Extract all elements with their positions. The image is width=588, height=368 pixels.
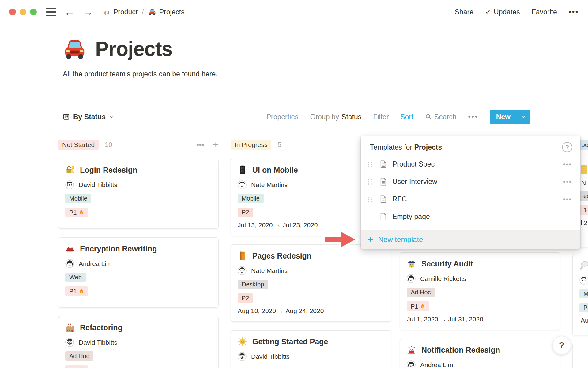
card-person: N	[579, 179, 588, 187]
template-row-user-interview[interactable]: User Interview•••	[361, 173, 580, 190]
group-by-button[interactable]: Group by Status	[310, 113, 362, 121]
tag-line: P1	[65, 208, 212, 217]
share-button[interactable]: Share	[455, 8, 473, 16]
person-name: David Tibbitts	[79, 181, 117, 189]
mobile-icon	[238, 165, 247, 175]
properties-button[interactable]: Properties	[266, 113, 299, 121]
template-more-button[interactable]: •••	[563, 161, 572, 168]
project-card[interactable]: Getting Started PageDavid Tibbitts	[231, 330, 391, 368]
template-row-rfc[interactable]: RFC•••	[361, 190, 580, 208]
sidebar-menu-icon[interactable]	[46, 8, 56, 16]
help-button[interactable]: ?	[552, 336, 571, 355]
project-card[interactable]: Security AuditCamille RickettsAd HocP1Ju…	[400, 252, 560, 330]
card-person: Nate Martins	[238, 266, 384, 275]
doc-icon	[379, 195, 387, 203]
drag-handle-icon[interactable]	[368, 196, 375, 203]
tag-line: Web	[65, 273, 212, 282]
breadcrumb-projects[interactable]: Projects	[148, 8, 185, 16]
project-card[interactable]: RefactoringDavid TibbittsAd HocP1	[58, 316, 219, 368]
tag-p2: P2	[238, 293, 253, 303]
tag-line: 1	[579, 205, 588, 215]
card-title: Encryption Rewriting	[65, 244, 212, 254]
forward-arrow-icon[interactable]: →	[83, 7, 93, 17]
project-card-clipped[interactable]: CSMobP4Aug 3	[572, 254, 588, 335]
template-row-product-spec[interactable]: Product Spec•••	[361, 155, 580, 173]
column-status-pill[interactable]: Not Started	[58, 140, 99, 150]
flame-icon	[79, 367, 84, 368]
more-options-button[interactable]: •••	[569, 8, 579, 16]
page-description: All the product team's projects can be f…	[63, 70, 218, 78]
window-minimize-button[interactable]	[20, 9, 26, 15]
card-stack: Security AuditCamille RickettsAd HocP1Ju…	[400, 252, 560, 368]
project-card[interactable]: Notification RedesignAndrea Lim	[400, 339, 560, 368]
template-more-button[interactable]: •••	[563, 178, 572, 186]
card-title-text: Notification Redesign	[421, 346, 500, 355]
group-by-value: Status	[341, 113, 361, 121]
updates-button[interactable]: ✓ Updates	[485, 8, 520, 16]
helmet-icon	[65, 244, 75, 254]
favorite-button[interactable]: Favorite	[532, 8, 557, 16]
tag-es: es	[579, 191, 588, 201]
tag-1-: 1	[579, 205, 588, 215]
check-icon: ✓	[485, 8, 491, 16]
person-name: David Tibbitts	[251, 353, 290, 360]
tag-line: Ad Hoc	[407, 288, 553, 297]
avatar	[238, 266, 247, 275]
card-icon	[581, 165, 587, 174]
sort-button[interactable]: Sort	[400, 113, 413, 121]
drag-handle-icon[interactable]	[368, 161, 375, 168]
breadcrumb-separator: /	[142, 8, 144, 16]
project-card[interactable]: Pages RedesignNate MartinsDesktopP2Aug 1…	[231, 244, 391, 322]
tag-line: P1	[407, 301, 553, 311]
avatar	[238, 180, 247, 189]
popup-help-icon[interactable]: ?	[562, 142, 572, 152]
toolbar-more-button[interactable]: •••	[468, 113, 478, 121]
tag-ad-hoc: Ad Hoc	[65, 351, 93, 361]
tag-line: P1	[65, 286, 212, 296]
card-title-text: UI on Mobile	[252, 166, 298, 174]
card-person: Camille Ricketts	[407, 274, 553, 283]
templates-popup-header: Templates for Projects ?	[361, 136, 580, 155]
board-icon	[63, 113, 70, 120]
police-icon	[407, 259, 417, 269]
view-switcher[interactable]: By Status	[63, 113, 114, 121]
card-person: David Tibbitts	[238, 352, 384, 361]
filter-button[interactable]: Filter	[373, 113, 389, 121]
factory-icon	[65, 323, 75, 332]
new-button-chevron[interactable]	[517, 110, 530, 124]
template-label: User Interview	[392, 178, 437, 186]
tag-ad-hoc: Ad Hoc	[407, 288, 435, 297]
template-more-button[interactable]: •••	[563, 196, 572, 203]
search-icon	[425, 113, 432, 120]
card-title: N	[579, 349, 588, 358]
card-person: Andrea Lim	[65, 259, 212, 268]
chevron-down-icon	[521, 114, 526, 119]
drag-handle-icon[interactable]	[368, 178, 375, 186]
back-arrow-icon[interactable]: ←	[64, 7, 75, 17]
column-status-pill[interactable]: In Progress	[231, 140, 271, 150]
chevron-down-icon	[109, 114, 114, 119]
search-button[interactable]: Search	[425, 113, 457, 121]
window-close-button[interactable]	[9, 9, 16, 15]
tag-line: Ad Hoc	[65, 351, 212, 361]
tag-p4: P4	[579, 303, 588, 312]
column-count: 10	[105, 141, 112, 149]
column-add-button[interactable]: +	[213, 140, 219, 150]
new-button[interactable]: New	[490, 110, 530, 124]
column-more-button[interactable]: •••	[196, 141, 204, 149]
card-date: Jul 1, 2020 → Jul 31, 2020	[407, 316, 553, 323]
new-template-button[interactable]: + New template	[361, 230, 580, 249]
project-card[interactable]: Login RedesignDavid TibbittsMobileP1	[58, 159, 219, 229]
project-card[interactable]: Encryption RewritingAndrea LimWebP1	[58, 237, 219, 308]
project-card-clipped[interactable]: N	[572, 343, 588, 368]
template-label: Empty page	[392, 213, 430, 221]
card-title: Getting Started Page	[238, 337, 384, 347]
breadcrumb-product[interactable]: Product	[102, 8, 138, 16]
card-title-text: Encryption Rewriting	[80, 244, 157, 253]
avatar	[65, 338, 74, 347]
template-row-empty-page[interactable]: Empty page	[361, 208, 580, 225]
window-zoom-button[interactable]	[30, 9, 37, 15]
column-header: Not Started10•••+	[58, 139, 219, 151]
thought-icon	[579, 260, 588, 270]
page-icon-car[interactable]	[63, 37, 87, 61]
